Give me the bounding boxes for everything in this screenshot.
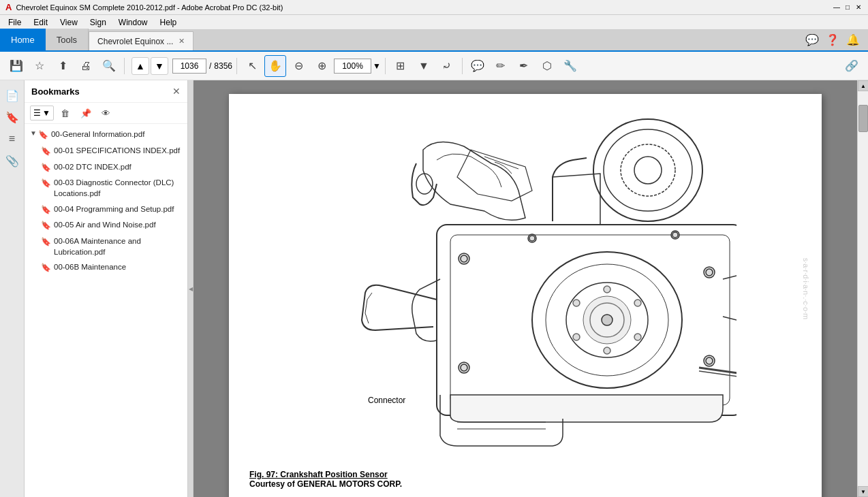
svg-point-3 xyxy=(634,157,662,184)
menu-sign[interactable]: Sign xyxy=(84,16,112,29)
side-panel-icons: 📄 🔖 ≡ 📎 xyxy=(0,80,25,497)
app-icon: A xyxy=(5,2,12,12)
panel-bookmarks-icon[interactable]: 🔖 xyxy=(3,108,22,127)
scroll-down-button[interactable]: ▼ xyxy=(858,486,868,497)
svg-point-0 xyxy=(593,119,702,221)
separator-4 xyxy=(462,58,463,74)
scroll-thumb[interactable] xyxy=(858,105,868,132)
link-button[interactable]: 🔗 xyxy=(841,55,863,77)
svg-point-1 xyxy=(604,129,692,211)
pdf-viewer[interactable]: 1 2 Connector Fig. 97: Crankshaft Positi… xyxy=(193,80,857,497)
pdf-content: 1 2 Connector Fig. 97: Crankshaft Positi… xyxy=(249,108,801,489)
bookmark-leaf-icon: 🔖 xyxy=(41,146,51,157)
bookmark-item-connector[interactable]: 🔖 00-03 Diagnostic Connector (DLC) Locat… xyxy=(25,175,187,201)
help-icon[interactable]: ❓ xyxy=(826,33,839,46)
hand-tool[interactable]: ✋ xyxy=(264,55,286,77)
svg-line-23 xyxy=(699,371,737,388)
scroll-track[interactable] xyxy=(858,91,868,486)
bookmark-item-general[interactable]: ▼ 🔖 00-General Information.pdf xyxy=(25,127,187,143)
save-button[interactable]: 💾 xyxy=(5,55,27,77)
tab-home[interactable]: Home xyxy=(0,29,46,50)
panel-resize-handle[interactable] xyxy=(188,80,193,497)
highlight-button[interactable]: ✏ xyxy=(490,55,512,77)
bookmark-panel: Bookmarks ✕ ☰ ▼ 🗑 📌 👁 ▼ 🔖 00-General Inf… xyxy=(25,80,188,497)
comment-button[interactable]: 💬 xyxy=(467,55,489,77)
tools-button[interactable]: 🔧 xyxy=(559,55,581,77)
bookmark-leaf-icon: 🔖 xyxy=(41,262,51,274)
minimize-button[interactable]: — xyxy=(833,3,841,12)
notification-icon[interactable]: 🔔 xyxy=(846,33,860,46)
stamp-button[interactable]: ⬡ xyxy=(536,55,558,77)
tab-close-button[interactable]: ✕ xyxy=(179,37,185,46)
bookmark-item-air[interactable]: 🔖 00-05 Air and Wind Noise.pdf xyxy=(25,217,187,234)
bookmark-item-programming[interactable]: 🔖 00-04 Programming and Setup.pdf xyxy=(25,202,187,218)
title-bar: A Chevrolet Equinox SM Complete 2010-201… xyxy=(0,0,868,15)
menu-file[interactable]: File xyxy=(3,16,27,29)
fit-page-button[interactable]: ⊞ xyxy=(390,55,412,77)
tab-doc-label: Chevrolet Equinox ... xyxy=(97,37,173,46)
bookmark-item-label: 00-01 SPECIFICATIONS INDEX.pdf xyxy=(54,145,180,156)
bookmark-leaf-icon: 🔖 xyxy=(41,178,51,189)
zoom-out-button[interactable]: ⊖ xyxy=(288,55,309,77)
menu-view[interactable]: View xyxy=(55,16,83,29)
sign-button[interactable]: ✒ xyxy=(513,55,535,77)
bookmark-new-button[interactable]: 📌 xyxy=(77,106,95,121)
bookmark-item-maintenance-b[interactable]: 🔖 00-06B Maintenance xyxy=(25,259,187,276)
menu-edit[interactable]: Edit xyxy=(28,16,53,29)
page-down-button[interactable]: ▼ xyxy=(151,57,168,75)
bookmark-options-dropdown[interactable]: ☰ ▼ xyxy=(30,106,54,121)
bookmark-item-maintenance-a[interactable]: 🔖 00-06A Maintenance and Lubrication.pdf xyxy=(25,234,187,259)
print-button[interactable]: 🖨 xyxy=(75,55,97,77)
bookmark-delete-button[interactable]: 🗑 xyxy=(57,106,74,121)
bookmark-folder-icon: 🔖 xyxy=(38,129,48,141)
svg-point-41 xyxy=(573,300,580,306)
panel-layers-icon[interactable]: ≡ xyxy=(3,129,22,148)
rotate-button[interactable]: ⤾ xyxy=(436,55,458,77)
maximize-button[interactable]: □ xyxy=(843,3,852,12)
scroll-up-button[interactable]: ▲ xyxy=(858,80,868,91)
separator-3 xyxy=(385,58,386,74)
tab-document[interactable]: Chevrolet Equinox ... ✕ xyxy=(89,31,193,50)
bookmark-panel-title: Bookmarks xyxy=(31,86,80,97)
tab-right-icons: 💬 ❓ 🔔 xyxy=(805,29,868,50)
zoom-dropdown-button[interactable]: ▼ xyxy=(373,61,381,71)
panel-attachments-icon[interactable]: 📎 xyxy=(3,151,22,170)
menu-help[interactable]: Help xyxy=(155,16,183,29)
bookmark-list: ▼ 🔖 00-General Information.pdf 🔖 00-01 S… xyxy=(25,124,187,497)
menu-bar: File Edit View Sign Window Help xyxy=(0,15,868,30)
title-bar-controls[interactable]: — □ ✕ xyxy=(833,3,863,12)
separator-2 xyxy=(236,58,237,74)
cursor-tool[interactable]: ↖ xyxy=(241,55,263,77)
bookmark-leaf-icon: 🔖 xyxy=(41,162,51,174)
vertical-scrollbar[interactable]: ▲ ▼ xyxy=(857,80,868,497)
svg-point-37 xyxy=(634,300,641,306)
bookmark-item-label: 00-06B Maintenance xyxy=(54,261,126,272)
connector-text: Connector xyxy=(368,396,405,405)
tab-tools[interactable]: Tools xyxy=(46,29,89,50)
share-button[interactable]: ⬆ xyxy=(52,55,74,77)
page-number-input[interactable] xyxy=(172,59,206,74)
bookmark-item-spec[interactable]: 🔖 00-01 SPECIFICATIONS INDEX.pdf xyxy=(25,143,187,159)
bookmark-leaf-icon: 🔖 xyxy=(41,236,51,248)
title-bar-label: Chevrolet Equinox SM Complete 2010-2012.… xyxy=(16,3,283,12)
tab-home-label: Home xyxy=(11,35,35,45)
page-separator: / xyxy=(209,61,211,71)
svg-point-35 xyxy=(602,315,613,325)
bookmark-expand-button[interactable]: 👁 xyxy=(97,106,115,121)
bookmark-toolbar: ☰ ▼ 🗑 📌 👁 xyxy=(25,103,187,124)
pdf-caption: Fig. 97: Crankshaft Position Sensor Cour… xyxy=(249,464,801,489)
bookmark-expand-icon[interactable]: ▼ xyxy=(30,129,37,138)
zoom-input-group: ▼ xyxy=(334,59,381,74)
panel-pages-icon[interactable]: 📄 xyxy=(3,86,22,105)
bookmark-close-button[interactable]: ✕ xyxy=(172,86,181,97)
close-button[interactable]: ✕ xyxy=(854,3,863,12)
search-button[interactable]: 🔍 xyxy=(98,55,120,77)
bookmark-button[interactable]: ☆ xyxy=(29,55,50,77)
menu-window[interactable]: Window xyxy=(113,16,153,29)
fit-page-dropdown[interactable]: ▼ xyxy=(413,55,435,77)
bookmark-item-dtc[interactable]: 🔖 00-02 DTC INDEX.pdf xyxy=(25,159,187,176)
chat-icon[interactable]: 💬 xyxy=(805,33,819,46)
zoom-in-button[interactable]: ⊕ xyxy=(311,55,332,77)
page-up-button[interactable]: ▲ xyxy=(131,57,149,75)
zoom-input[interactable] xyxy=(334,59,371,74)
